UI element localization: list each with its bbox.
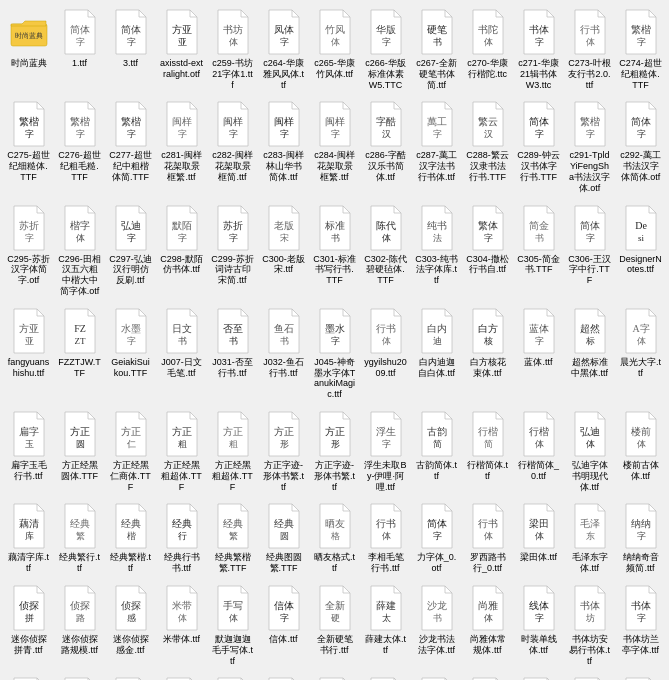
- file-item[interactable]: 书体 坊 书体坊安易行书体.ttf: [565, 580, 614, 670]
- file-item[interactable]: 鱼石 书 J032-鱼石行书.ttf: [259, 303, 308, 404]
- file-item[interactable]: 书坊 体 c259-书坊21字体1.ttf: [208, 4, 257, 94]
- file-item[interactable]: 简体 字 力字体_0.otf: [412, 498, 461, 578]
- file-item[interactable]: 经典 繁 经典繁行.ttf: [55, 498, 104, 578]
- file-item[interactable]: 毛泽 东 毛泽东字体.ttf: [565, 498, 614, 578]
- file-item[interactable]: 叶根 友 叶根友行书.ttf: [514, 672, 563, 680]
- file-item[interactable]: 书体 字 书体坊兰亭字体.ttf: [616, 580, 665, 670]
- file-item[interactable]: 方正 形 方正字迹-形体书繁.ttf: [259, 406, 308, 496]
- file-item[interactable]: 繁楷 字 C274-超世纪粗糙体.TTF: [616, 4, 665, 94]
- file-item[interactable]: 行书 体 李相毛笔行书.ttf: [361, 498, 410, 578]
- file-item[interactable]: 方正 仁 方正经黑仁商体.TTF: [106, 406, 155, 496]
- file-item[interactable]: 繁楷 字 c291-TpldYiFengSha书法汉字体.otf: [565, 96, 614, 197]
- file-item[interactable]: 梁田 体 梁田体.ttf: [514, 498, 563, 578]
- file-item[interactable]: 凤体 字 c264-华康雅风风体.ttf: [259, 4, 308, 94]
- file-item[interactable]: 藕清 库 藕清字库.ttf: [4, 498, 53, 578]
- file-item[interactable]: 侦探 感 迷你侦探感金.ttf: [106, 580, 155, 670]
- file-item[interactable]: 侦探 拼 迷你侦探拼青.ttf: [4, 580, 53, 670]
- file-item[interactable]: 叶过 字 叶过往书法清书.ttf: [55, 672, 104, 680]
- file-item[interactable]: 书陀 体 c270-华康行楷陀.ttc: [463, 4, 512, 94]
- file-item[interactable]: 闽样 字 c283-闽样林山华书简体.ttf: [259, 96, 308, 197]
- file-item[interactable]: 楷字 体 C296-田相汉五六粗中楷大中简字体.otf: [55, 200, 104, 301]
- file-item[interactable]: 尚雅 体 尚雅体常规体.ttf: [463, 580, 512, 670]
- file-item[interactable]: 萬工 字 c287-萬工汉字法书行书体.ttf: [412, 96, 461, 197]
- file-item[interactable]: 经典 楷 经典繁楷.ttf: [106, 498, 155, 578]
- file-item[interactable]: 弘迪 字 C297-弘迪汉行明仿反刷.ttf: [106, 200, 155, 301]
- file-item[interactable]: 经典 行 经典行书书.ttf: [157, 498, 206, 578]
- file-item[interactable]: 米带 体 米带体.ttf: [157, 580, 206, 670]
- file-item[interactable]: 简体 字 3.ttf: [106, 4, 155, 94]
- file-item[interactable]: 纳纳 字 纳纳奇音频简.ttf: [616, 498, 665, 578]
- file-item[interactable]: 行楷 体 行楷简体_0.ttf: [514, 406, 563, 496]
- file-item[interactable]: 竹风 体 c265-华康竹风体.ttf: [310, 4, 359, 94]
- file-item[interactable]: 方正 圆 方正经黑圆体.TTF: [55, 406, 104, 496]
- file-item[interactable]: 行楷 简 行楷简体.ttf: [463, 406, 512, 496]
- file-item[interactable]: 字酷 汉 c286-字酷汉乐书简体.ttf: [361, 96, 410, 197]
- file-item[interactable]: 侦探 路 迷你侦探路规模.ttf: [55, 580, 104, 670]
- file-item[interactable]: 简金 书 C305-简金书.TTF: [514, 200, 563, 301]
- file-item[interactable]: 田氏 金 田氏金钟体.ttf: [259, 672, 308, 680]
- file-item[interactable]: 尚佳 楷 尚佳乙毛楷.ttf: [412, 672, 461, 680]
- file-item[interactable]: 方亚 亚 fangyuanshishu.ttf: [4, 303, 53, 404]
- file-item[interactable]: 方正 形 方正字迹-形体书繁.ttf: [310, 406, 359, 496]
- file-item[interactable]: 标准 书 C301-标准书写行书.TTF: [310, 200, 359, 301]
- file-item[interactable]: 弘迪 体 弘迪字体书明现代体.ttf: [565, 406, 614, 496]
- file-item[interactable]: 信体 字 信体.ttf: [259, 580, 308, 670]
- file-item[interactable]: 超然 标 超然标准中黑体.ttf: [565, 303, 614, 404]
- file-item[interactable]: 书体 字 书体坊赵九江体.ttf: [4, 672, 53, 680]
- file-item[interactable]: 扁字 玉 扁字玉毛行书.ttf: [4, 406, 53, 496]
- file-item[interactable]: 行书 体 C273-叶根友行书2.0.ttf: [565, 4, 614, 94]
- file-item[interactable]: 繁体 字 C304-撒松行书自.ttf: [463, 200, 512, 301]
- file-item[interactable]: 简体 字 C289-钟云汉书体字行书.TTF: [514, 96, 563, 197]
- file-item[interactable]: 时尚蓝典 时尚蓝典: [4, 4, 53, 94]
- file-item[interactable]: 行书 体 ygyilshu2009.ttf: [361, 303, 410, 404]
- file-item[interactable]: 华版 字 c266-华版标准体素W5.TTC: [361, 4, 410, 94]
- file-item[interactable]: 薛建 太 薛建太体.ttf: [361, 580, 410, 670]
- file-item[interactable]: 古韵 简 古韵简体.ttf: [412, 406, 461, 496]
- file-item[interactable]: 繁楷 字 C277-超世纪中粗楷体简.TTF: [106, 96, 155, 197]
- file-item[interactable]: 书体 字 c271-华康21辑书体W3.ttc: [514, 4, 563, 94]
- file-item[interactable]: 墨水 字 J045-神奇墨水字体TanukiMagic.ttf: [310, 303, 359, 404]
- file-item[interactable]: 闽样 字 c281-闽样花架取景框繁.ttf: [157, 96, 206, 197]
- file-item[interactable]: 行书 体 罗西路书行_0.ttf: [463, 498, 512, 578]
- file-item[interactable]: 方正 粗 方正经黑粗超体.TTF: [208, 406, 257, 496]
- file-item[interactable]: A字 体 晨光大字.ttf: [616, 303, 665, 404]
- file-item[interactable]: 闽样 字 c282-闽样花架取景框简.ttf: [208, 96, 257, 197]
- file-item[interactable]: 全新 硬 全新硬笔书行.ttf: [310, 580, 359, 670]
- file-item[interactable]: 润岸 行 润岸行书.ttf: [361, 672, 410, 680]
- file-item[interactable]: 否至 书 J031-否至行书.ttf: [208, 303, 257, 404]
- file-item[interactable]: 线体 字 时装单线体.ttf: [514, 580, 563, 670]
- file-item[interactable]: 水墨 字 GeiakiSuikou.TTF: [106, 303, 155, 404]
- file-item[interactable]: 繁楷 字 C276-超世纪粗毛糙.TTF: [55, 96, 104, 197]
- file-item[interactable]: 苏折 字 C299-苏折词诗古印宋简.ttf: [208, 200, 257, 301]
- file-item[interactable]: 方正 粗 方正经黑粗超体.TTF: [157, 406, 206, 496]
- file-item[interactable]: 硬笔 书 c267-全新硬笔书体简.ttf: [412, 4, 461, 94]
- file-item[interactable]: 方亚 亚 axisstd-extralight.otf: [157, 4, 206, 94]
- file-item[interactable]: 白方 核 白方核花束体.ttf: [463, 303, 512, 404]
- file-item[interactable]: De si DesignerNotes.ttf: [616, 200, 665, 301]
- file-item[interactable]: 裕祥 草 裕祥名草书2.ttf: [157, 672, 206, 680]
- file-item[interactable]: 手写 体 默迦迦迦毛手写体.ttf: [208, 580, 257, 670]
- file-item[interactable]: 默陌 字 C298-默陌仿书体.ttf: [157, 200, 206, 301]
- file-item[interactable]: 邑洋 行 邑洋行忠繁.ttf: [208, 672, 257, 680]
- file-item[interactable]: 经典 圆 经典图圆繁.TTF: [259, 498, 308, 578]
- file-item[interactable]: 楼前 体 楼前古体体.ttf: [616, 406, 665, 496]
- file-item[interactable]: 繁楷 字 C275-超世纪细糙体.TTF: [4, 96, 53, 197]
- file-item[interactable]: 苏折 字 C295-苏折汉字体简字.otf: [4, 200, 53, 301]
- file-item[interactable]: 裕祥 字 裕祥书简楷繁黑.ttf: [106, 672, 155, 680]
- file-item[interactable]: 简体 字 c292-萬工书法汉字体简体.otf: [616, 96, 665, 197]
- file-item[interactable]: 叶根 友 叶根友行书.ttf: [463, 672, 512, 680]
- file-item[interactable]: 老版 宋 C300-老版宋.ttf: [259, 200, 308, 301]
- file-item[interactable]: 日文 书 J007-日文毛笔.ttf: [157, 303, 206, 404]
- file-item[interactable]: 经典 繁 经典繁楷繁.TTF: [208, 498, 257, 578]
- file-item[interactable]: 闽样 字 c284-闽样花架取景框繁.ttf: [310, 96, 359, 197]
- file-item[interactable]: 白内 迪 白内迪迦自白体.ttf: [412, 303, 461, 404]
- file-item[interactable]: 蓝体 字 蓝体.ttf: [514, 303, 563, 404]
- file-item[interactable]: 简体 字 1.ttf: [55, 4, 104, 94]
- file-item[interactable]: 沙龙 书 沙龙书法法字体.ttf: [412, 580, 461, 670]
- file-item[interactable]: 田相 六 田相近六朝.ttf: [310, 672, 359, 680]
- file-item[interactable]: 叶根 友 叶根友行书.ttf: [616, 672, 665, 680]
- file-item[interactable]: 浮生 字 浮生未取By-伊哩·阿哩.ttf: [361, 406, 410, 496]
- file-item[interactable]: 简体 字 C306-王汉字中行.TTF: [565, 200, 614, 301]
- file-item[interactable]: 繁云 汉 C288-繁云汉隶书法行书.TTF: [463, 96, 512, 197]
- file-item[interactable]: 叶根 发 叶根发毛书.ttf: [565, 672, 614, 680]
